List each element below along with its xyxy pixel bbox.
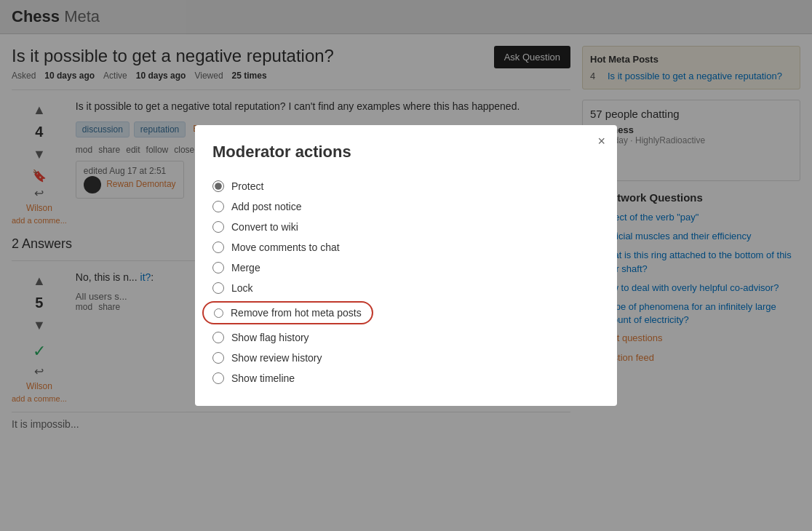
- modal-close-button[interactable]: ×: [597, 134, 605, 149]
- radio-input-opt-wiki[interactable]: [212, 221, 224, 233]
- modal-overlay[interactable]: Moderator actions × ProtectAdd post noti…: [0, 0, 812, 442]
- radio-label-opt-protect[interactable]: Protect: [231, 180, 263, 192]
- radio-option-opt-merge[interactable]: Merge: [212, 257, 600, 278]
- radio-label-opt-move-chat[interactable]: Move comments to chat: [231, 241, 340, 253]
- modal-options: ProtectAdd post noticeConvert to wikiMov…: [212, 176, 600, 388]
- radio-label-opt-flag-history[interactable]: Show flag history: [231, 332, 309, 343]
- modal-dialog: Moderator actions × ProtectAdd post noti…: [195, 125, 617, 406]
- radio-input-opt-lock[interactable]: [212, 282, 224, 294]
- radio-option-opt-lock[interactable]: Lock: [212, 278, 600, 298]
- radio-label-opt-remove-hot[interactable]: Remove from hot meta posts: [231, 307, 362, 319]
- radio-label-opt-wiki[interactable]: Convert to wiki: [231, 221, 298, 233]
- radio-input-opt-timeline[interactable]: [212, 372, 224, 384]
- radio-label-opt-timeline[interactable]: Show timeline: [231, 372, 295, 384]
- radio-input-opt-flag-history[interactable]: [212, 332, 224, 343]
- radio-input-opt-move-chat[interactable]: [212, 241, 224, 253]
- radio-option-opt-timeline[interactable]: Show timeline: [212, 368, 600, 388]
- radio-input-opt-merge[interactable]: [212, 262, 224, 274]
- radio-label-opt-lock[interactable]: Lock: [231, 282, 253, 294]
- radio-label-opt-review-history[interactable]: Show review history: [231, 352, 322, 364]
- radio-option-opt-flag-history[interactable]: Show flag history: [212, 327, 600, 348]
- radio-option-opt-remove-hot[interactable]: Remove from hot meta posts: [202, 301, 373, 324]
- radio-input-opt-review-history[interactable]: [212, 352, 224, 364]
- radio-input-opt-remove-hot[interactable]: [214, 308, 223, 318]
- radio-option-opt-add-notice[interactable]: Add post notice: [212, 196, 600, 217]
- radio-input-opt-add-notice[interactable]: [212, 201, 224, 212]
- radio-option-opt-review-history[interactable]: Show review history: [212, 348, 600, 368]
- radio-option-opt-protect[interactable]: Protect: [212, 176, 600, 196]
- radio-label-opt-add-notice[interactable]: Add post notice: [231, 201, 302, 212]
- radio-input-opt-protect[interactable]: [212, 180, 224, 192]
- radio-label-opt-merge[interactable]: Merge: [231, 262, 260, 274]
- radio-option-opt-move-chat[interactable]: Move comments to chat: [212, 237, 600, 257]
- radio-option-opt-wiki[interactable]: Convert to wiki: [212, 217, 600, 237]
- modal-title: Moderator actions: [212, 143, 600, 161]
